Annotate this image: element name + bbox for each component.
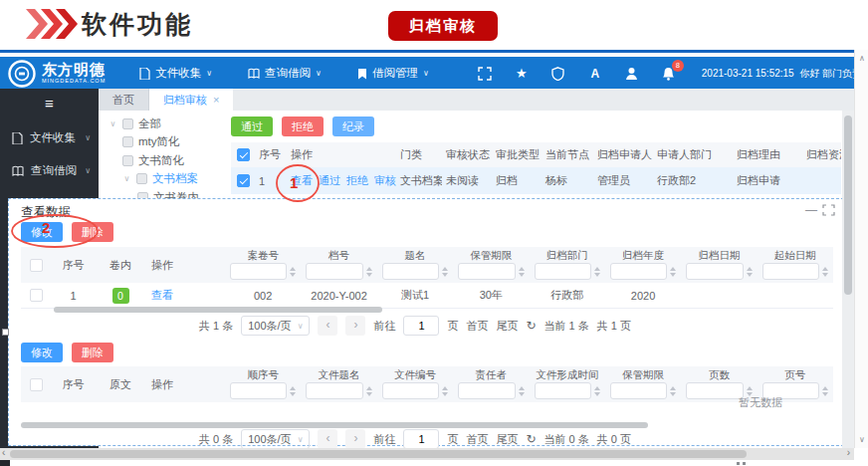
sort-carets-icon[interactable] (670, 386, 676, 396)
page-size-select[interactable]: 100条/页∨ (241, 316, 310, 336)
tree-node-doc-simple[interactable]: 文书简化 (108, 151, 228, 170)
record-button[interactable]: 纪录 (332, 116, 374, 136)
sort-carets-icon[interactable] (366, 386, 372, 396)
user-icon[interactable] (624, 66, 640, 82)
sort-carets-icon[interactable] (670, 267, 676, 277)
prev-page-button[interactable]: ‹ (318, 316, 337, 336)
hamburger-icon[interactable]: ≡ (0, 89, 99, 121)
sort-carets-icon[interactable] (366, 267, 372, 277)
next-page-button[interactable]: › (345, 316, 365, 336)
outer-vertical-scrollbar[interactable]: ∧ ∨ (854, 50, 868, 448)
nav-menu-query-borrow[interactable]: 查询借阅 ∨ (248, 66, 322, 81)
page-number-input[interactable] (403, 316, 439, 336)
last-page-link[interactable]: 尾页 (496, 319, 518, 334)
sort-carets-icon[interactable] (442, 267, 448, 277)
expand-corners-icon[interactable] (822, 204, 835, 218)
modify-button[interactable]: 修改 (21, 343, 63, 362)
minimize-icon[interactable]: — (805, 203, 817, 217)
sort-carets-icon[interactable] (747, 267, 753, 277)
refresh-icon[interactable]: ↻ (526, 319, 536, 333)
approve-button[interactable]: 通过 (231, 116, 273, 136)
sort-carets-icon[interactable] (747, 386, 753, 396)
outer-horizontal-scrollbar[interactable]: ‹ › (0, 448, 854, 460)
filter-input[interactable] (306, 263, 362, 280)
delete-button[interactable]: 删除 (72, 343, 113, 362)
table2-buttons: 修改 删除 (21, 343, 113, 362)
view-link[interactable]: 查看 (291, 174, 313, 186)
inner-vertical-scrollbar[interactable] (842, 111, 854, 448)
horizontal-scrollbar-thumb[interactable] (54, 307, 382, 313)
nav-menu-borrow-manage[interactable]: 借阅管理 ∨ (357, 66, 429, 81)
bell-icon[interactable]: 8 (661, 66, 677, 82)
filter-input[interactable] (610, 263, 667, 280)
tree-node-all[interactable]: ∨ 全部 (108, 115, 228, 133)
shield-icon[interactable] (550, 66, 566, 82)
filter-input[interactable] (762, 263, 819, 280)
star-icon[interactable]: ★ (514, 66, 530, 82)
approve-link[interactable]: 通过 (319, 174, 340, 186)
first-page-link[interactable]: 首页 (466, 319, 488, 334)
sort-carets-icon[interactable] (519, 386, 525, 396)
sort-carets-icon[interactable] (822, 267, 828, 277)
reject-button[interactable]: 拒绝 (282, 116, 324, 136)
sort-carets-icon[interactable] (519, 267, 525, 277)
filter-input[interactable] (458, 382, 515, 399)
filter-input[interactable] (535, 382, 591, 399)
review-table-row[interactable]: 1 查看通过拒绝审核记录 文书档案 未阅读 归档 杨标 管理员 行政部2 归档申… (231, 167, 841, 194)
page-number-input[interactable] (403, 429, 439, 449)
close-icon[interactable]: × (213, 94, 219, 106)
tab-home[interactable]: 首页 (99, 89, 149, 111)
view-link[interactable]: 查看 (151, 289, 173, 301)
prev-page-button[interactable]: ‹ (318, 429, 337, 449)
filter-input[interactable] (382, 263, 439, 280)
scroll-left-arrow[interactable]: ‹ (2, 447, 5, 458)
next-page-button[interactable]: › (345, 429, 365, 449)
refresh-icon[interactable]: ↻ (526, 432, 536, 446)
audit-record-link[interactable]: 审核记录 (374, 174, 396, 186)
scroll-right-arrow[interactable]: › (847, 447, 850, 458)
select-all-checkbox[interactable] (237, 148, 250, 161)
horizontal-scrollbar-thumb[interactable] (21, 422, 648, 428)
fullscreen-icon[interactable] (477, 66, 493, 82)
row-checkbox[interactable] (30, 289, 43, 302)
sort-carets-icon[interactable] (594, 386, 600, 396)
volume-table-row[interactable]: 1 0 查看 002 2020-Y-002 测试1 30年 行政部 2020 (21, 283, 833, 309)
chevron-down-icon: ∨ (316, 69, 322, 78)
sort-carets-icon[interactable] (290, 386, 296, 396)
delete-button[interactable]: 删除 (72, 222, 113, 242)
row-checkbox[interactable] (237, 174, 250, 187)
modify-button[interactable]: 修改 (21, 222, 63, 242)
filter-input[interactable] (458, 263, 515, 280)
chevron-down-icon[interactable]: ∨ (108, 119, 117, 128)
tree-node-doc-archive[interactable]: ∨ 文书档案 (108, 170, 228, 189)
nav-menu-file-collect[interactable]: 文件收集 ∨ (139, 66, 212, 81)
sort-carets-icon[interactable] (822, 386, 828, 396)
selection-handle[interactable] (2, 329, 9, 336)
sort-carets-icon[interactable] (442, 386, 448, 396)
sort-carets-icon[interactable] (290, 267, 296, 277)
sidebar-item-file-collect[interactable]: 文件收集 ∨ (0, 121, 99, 154)
filter-input[interactable] (686, 263, 743, 280)
filter-input[interactable] (230, 263, 287, 280)
select-all-checkbox[interactable] (30, 259, 43, 272)
page-size-select[interactable]: 100条/页∨ (241, 429, 310, 449)
sort-carets-icon[interactable] (594, 267, 600, 277)
scroll-up-arrow[interactable]: ∧ (855, 54, 868, 63)
filter-input[interactable] (306, 382, 362, 399)
filter-input[interactable] (382, 382, 439, 399)
last-page-link[interactable]: 尾页 (496, 432, 518, 447)
horizontal-scrollbar-thumb[interactable] (10, 450, 747, 458)
filter-input[interactable] (230, 382, 287, 399)
tab-archive-review[interactable]: 归档审核 × (149, 89, 233, 111)
chevron-down-icon[interactable]: ∨ (122, 174, 131, 183)
first-page-link[interactable]: 首页 (466, 432, 488, 447)
filter-input[interactable] (610, 382, 667, 399)
select-all-checkbox[interactable] (30, 378, 43, 391)
scroll-down-arrow[interactable]: ∨ (855, 435, 868, 444)
tree-node-mty[interactable]: mty简化 (108, 133, 228, 152)
reject-link[interactable]: 拒绝 (346, 174, 368, 186)
inner-count-badge[interactable]: 0 (112, 288, 129, 304)
font-size-icon[interactable]: A (587, 66, 603, 82)
sidebar-item-query-borrow[interactable]: 查询借阅 ∨ (0, 154, 99, 187)
filter-input[interactable] (535, 263, 591, 280)
